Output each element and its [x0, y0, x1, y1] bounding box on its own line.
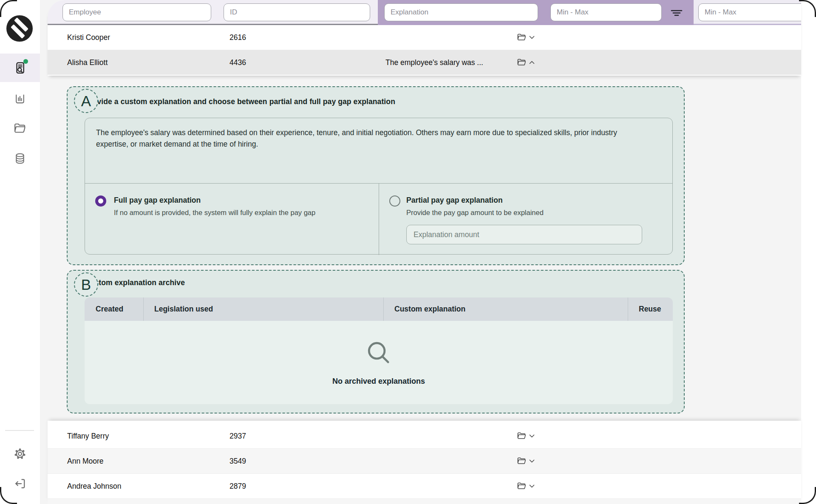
filter-icon — [670, 8, 683, 18]
table-row-selected[interactable]: Alisha Elliott 4436 The employee's salar… — [48, 50, 801, 75]
table-row[interactable]: Ann Moore 3549 — [48, 448, 801, 473]
page-margin — [801, 0, 816, 504]
employee-table-bottom: Tiffany Berry 2937 Ann Moore 3549 — [48, 421, 801, 504]
table-row[interactable]: Tiffany Berry 2937 — [48, 423, 801, 448]
sidebar-item-data[interactable] — [0, 147, 40, 170]
minmax-filter-input[interactable] — [550, 3, 662, 21]
minmax-filter-input-2[interactable] — [698, 3, 801, 21]
full-explanation-description: If no amount is provided, the system wil… — [114, 209, 315, 217]
explanation-expand-button[interactable] — [517, 482, 535, 490]
step-badge-a: A — [74, 89, 98, 113]
archive-header-row: Created Legislation used Custom explanat… — [85, 297, 673, 321]
chevron-down-icon — [529, 434, 535, 438]
editor-box: The employee's salary was determined bas… — [85, 118, 673, 255]
archive-table: Created Legislation used Custom explanat… — [85, 297, 673, 404]
full-explanation-label: Full pay gap explanation — [114, 196, 201, 205]
folder-icon — [517, 457, 527, 465]
employee-filter-input[interactable] — [62, 3, 211, 21]
employee-name: Tiffany Berry — [67, 431, 109, 440]
custom-explanation-textarea[interactable]: The employee's salary was determined bas… — [85, 118, 672, 183]
logout-icon — [14, 477, 26, 490]
employee-name: Alisha Elliott — [67, 58, 108, 67]
employee-id: 2616 — [230, 33, 246, 42]
folder-icon — [517, 59, 527, 67]
employee-id: 2937 — [230, 431, 246, 440]
id-filter-input[interactable] — [224, 3, 370, 21]
empty-message: No archived explanations — [332, 377, 425, 386]
database-icon — [14, 152, 26, 165]
app-window: Kristi Cooper 2616 Alisha Elliott 4436 T… — [0, 0, 816, 504]
gear-icon — [14, 447, 26, 460]
employee-table-top: Kristi Cooper 2616 Alisha Elliott 4436 T… — [48, 0, 801, 76]
search-icon — [366, 340, 392, 366]
partial-row — [48, 498, 801, 504]
folder-icon — [517, 432, 527, 440]
step-badge-b: B — [74, 272, 98, 297]
badge-letter: A — [81, 93, 91, 110]
partial-explanation-description: Provide the pay gap amount to be explain… — [406, 209, 544, 217]
logout-button[interactable] — [0, 472, 40, 496]
explanation-expand-button[interactable] — [517, 432, 535, 440]
explanation-filter-input[interactable] — [384, 3, 538, 21]
brand-logo[interactable] — [6, 15, 33, 42]
explanation-preview: The employee's salary was ... — [385, 58, 483, 67]
main-content: Kristi Cooper 2616 Alisha Elliott 4436 T… — [40, 0, 816, 504]
sidebar-divider — [5, 430, 34, 431]
archive-column-custom-explanation: Custom explanation — [383, 297, 628, 321]
folder-icon — [517, 34, 527, 42]
sidebar — [0, 0, 40, 504]
folder-icon — [14, 122, 26, 134]
badge-letter: B — [81, 276, 91, 293]
partial-explanation-radio[interactable] — [389, 195, 400, 207]
employee-name: Kristi Cooper — [67, 33, 110, 42]
notification-dot — [23, 59, 28, 64]
chevron-down-icon — [529, 459, 535, 463]
bar-chart-icon — [14, 93, 26, 105]
table-row[interactable]: Kristi Cooper 2616 — [48, 25, 801, 50]
chevron-down-icon — [529, 484, 535, 488]
section-a-title: Provide a custom explanation and choose … — [85, 97, 395, 106]
chevron-up-icon — [529, 61, 535, 65]
settings-button[interactable] — [0, 442, 40, 466]
archive-column-reuse: Reuse — [628, 297, 673, 321]
explanation-expand-button[interactable] — [517, 457, 535, 465]
explanation-collapse-button[interactable] — [517, 59, 535, 67]
partial-explanation-label: Partial pay gap explanation — [406, 196, 503, 205]
archive-empty-state: No archived explanations — [85, 321, 673, 404]
chevron-down-icon — [529, 36, 535, 40]
employee-name: Ann Moore — [67, 457, 104, 466]
explanation-editor-section: Provide a custom explanation and choose … — [67, 86, 685, 265]
employee-id: 2879 — [230, 482, 246, 491]
explanation-expand-button[interactable] — [517, 34, 535, 42]
explanation-archive-section: Custom explanation archive Created Legis… — [67, 270, 685, 413]
employee-name: Andrea Johnson — [67, 482, 121, 491]
custom-explanation-text: The employee's salary was determined bas… — [96, 127, 649, 150]
archive-column-legislation: Legislation used — [143, 297, 383, 321]
employee-id: 4436 — [230, 58, 246, 67]
full-explanation-radio[interactable] — [95, 195, 106, 207]
divider — [379, 183, 379, 255]
explanation-amount-input[interactable] — [406, 225, 642, 244]
filter-button[interactable] — [667, 5, 686, 20]
sidebar-item-files[interactable] — [0, 116, 40, 140]
archive-column-created: Created — [85, 297, 143, 321]
sidebar-item-reports[interactable] — [0, 54, 40, 82]
employee-id: 3549 — [230, 457, 246, 466]
sidebar-item-analytics[interactable] — [0, 87, 40, 111]
table-row[interactable]: Andrea Johnson 2879 — [48, 473, 801, 498]
folder-icon — [517, 482, 527, 490]
section-b-title: Custom explanation archive — [85, 278, 185, 287]
